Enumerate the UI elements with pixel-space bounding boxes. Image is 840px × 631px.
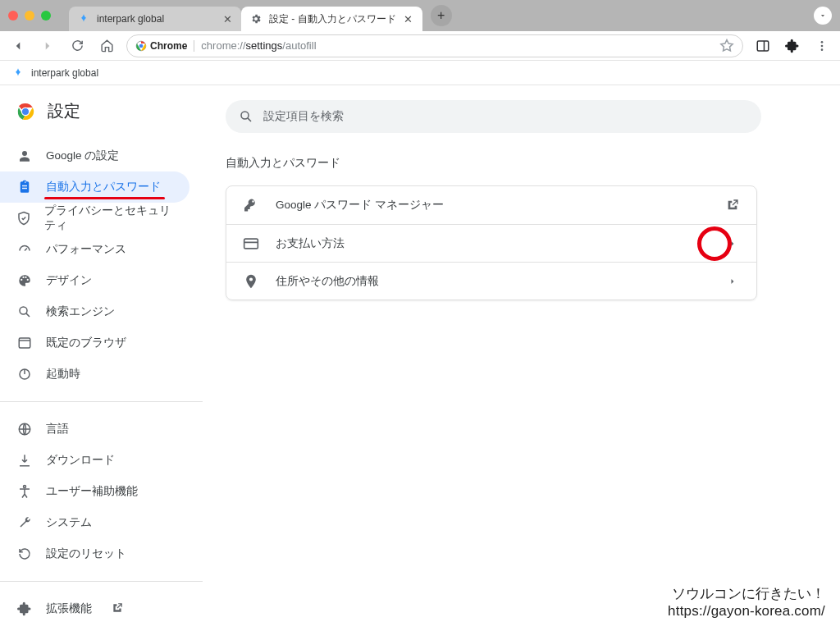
bookmark-item[interactable]: interpark global (31, 67, 98, 79)
open-in-new-icon (112, 602, 125, 615)
sidebar-item-label: ユーザー補助機能 (46, 484, 138, 499)
window-controls (8, 11, 51, 21)
speedometer-icon (16, 241, 33, 258)
clipboard-icon (16, 179, 33, 195)
sidebar-item-label: パフォーマンス (46, 242, 126, 257)
site-info-chip[interactable]: Chrome (135, 40, 194, 52)
sidebar-item-label: システム (46, 515, 92, 530)
svg-point-6 (821, 48, 824, 51)
sidebar-item-label: 拡張機能 (46, 601, 92, 616)
extensions-icon[interactable] (783, 36, 802, 56)
back-button[interactable] (8, 36, 28, 56)
close-window-button[interactable] (8, 11, 18, 21)
sidebar-item-startup[interactable]: 起動時 (0, 359, 189, 390)
sidebar-item-label: 起動時 (46, 367, 80, 382)
minimize-window-button[interactable] (25, 11, 34, 21)
browser-icon (16, 335, 33, 351)
sidebar-item-appearance[interactable]: デザイン (0, 265, 189, 296)
sidebar-item-autofill[interactable]: 自動入力とパスワード (0, 171, 189, 203)
forward-button[interactable] (38, 36, 57, 56)
row-label: Google パスワード マネージャー (276, 198, 444, 213)
svg-rect-22 (244, 239, 258, 249)
divider (0, 581, 203, 582)
reset-icon (16, 546, 33, 562)
interpark-favicon-icon (77, 12, 90, 25)
search-placeholder: 設定項目を検索 (263, 109, 344, 124)
close-tab-icon[interactable]: ✕ (403, 13, 414, 25)
reload-button[interactable] (67, 36, 87, 56)
maximize-window-button[interactable] (41, 11, 51, 21)
section-title: 自動入力とパスワード (226, 156, 794, 171)
sidebar-item-reset[interactable]: 設定のリセット (0, 538, 189, 569)
gear-icon (249, 12, 262, 25)
svg-rect-2 (757, 41, 769, 51)
sidebar-item-about[interactable]: Chrome について (0, 624, 189, 631)
row-addresses[interactable]: 住所やその他の情報 (226, 262, 756, 299)
browser-tabstrip: interpark global ✕ 設定 - 自動入力とパスワード ✕ + (0, 0, 840, 31)
divider (0, 401, 203, 402)
site-chip-text: Chrome (150, 40, 187, 52)
home-button[interactable] (97, 36, 116, 56)
watermark-line2: https://gayon-korea.com/ (668, 603, 825, 620)
sidebar-item-default-browser[interactable]: 既定のブラウザ (0, 327, 189, 359)
sidebar-item-search[interactable]: 検索エンジン (0, 296, 189, 327)
row-label: 住所やその他の情報 (276, 274, 379, 289)
annotation-underline (44, 197, 165, 199)
search-icon (239, 109, 253, 124)
window-dropdown-button[interactable] (814, 7, 832, 25)
tab-interpark[interactable]: interpark global ✕ (69, 7, 241, 31)
svg-line-11 (26, 313, 30, 317)
autofill-card: Google パスワード マネージャー お支払い方法 住所やその他の情報 (226, 185, 757, 300)
sidebar-item-language[interactable]: 言語 (0, 414, 189, 445)
sidebar-item-label: ダウンロード (46, 453, 115, 468)
star-icon[interactable] (719, 39, 734, 53)
svg-point-17 (24, 486, 26, 488)
address-bar[interactable]: Chrome chrome://settings/autofill (126, 34, 743, 57)
wrench-icon (16, 514, 33, 531)
svg-point-4 (821, 41, 824, 43)
omnibox-actions (719, 39, 734, 53)
tab-settings[interactable]: 設定 - 自動入力とパスワード ✕ (241, 7, 422, 31)
row-password-manager[interactable]: Google パスワード マネージャー (226, 186, 756, 224)
sidebar: 設定 Google の設定 自動入力とパスワード プライバシーとセキュリティ パ… (0, 85, 203, 631)
sidebar-item-privacy[interactable]: プライバシーとセキュリティ (0, 203, 189, 234)
sidebar-item-extensions[interactable]: 拡張機能 (0, 593, 189, 624)
sidebar-item-label: Google の設定 (46, 149, 119, 163)
svg-line-21 (248, 118, 251, 121)
sidebar-item-label: 検索エンジン (46, 304, 115, 319)
sidebar-item-downloads[interactable]: ダウンロード (0, 445, 189, 476)
interpark-favicon-icon (11, 66, 25, 80)
tab-label: interpark global (97, 13, 164, 25)
settings-search-input[interactable]: 設定項目を検索 (226, 100, 761, 133)
tabs-container: interpark global ✕ 設定 - 自動入力とパスワード ✕ + (69, 0, 452, 31)
menu-button[interactable] (812, 36, 832, 56)
svg-point-1 (139, 43, 144, 48)
chrome-icon (135, 40, 147, 52)
sidebar-item-performance[interactable]: パフォーマンス (0, 234, 189, 265)
sidebar-header: 設定 (0, 100, 203, 137)
main-content: 設定項目を検索 自動入力とパスワード Google パスワード マネージャー お… (203, 85, 840, 631)
sidebar-item-label: 自動入力とパスワード (46, 180, 161, 194)
location-icon (243, 273, 259, 290)
close-tab-icon[interactable]: ✕ (221, 13, 233, 25)
sidebar-item-label: デザイン (46, 273, 92, 288)
chevron-right-icon (725, 274, 740, 289)
page-title: 設定 (48, 100, 80, 122)
globe-icon (16, 421, 33, 437)
new-tab-button[interactable]: + (431, 5, 452, 26)
sidebar-item-label: 既定のブラウザ (46, 336, 126, 350)
chevron-right-icon (725, 236, 740, 251)
bookmarks-bar: interpark global (0, 61, 840, 85)
sidebar-item-accessibility[interactable]: ユーザー補助機能 (0, 476, 189, 507)
sidebar-item-label: 設定のリセット (46, 546, 126, 561)
side-panel-button[interactable] (753, 36, 773, 56)
watermark-line1: ソウルコンに行きたい！ (668, 584, 825, 603)
sidebar-list-2: 言語 ダウンロード ユーザー補助機能 システム 設定のリセット (0, 410, 203, 573)
url-text: chrome://settings/autofill (201, 39, 316, 52)
tab-label: 設定 - 自動入力とパスワード (269, 12, 396, 26)
row-payment-methods[interactable]: お支払い方法 (226, 224, 756, 262)
search-icon (16, 304, 33, 320)
sidebar-item-system[interactable]: システム (0, 507, 189, 538)
credit-card-icon (243, 235, 259, 252)
sidebar-item-google[interactable]: Google の設定 (0, 140, 189, 171)
